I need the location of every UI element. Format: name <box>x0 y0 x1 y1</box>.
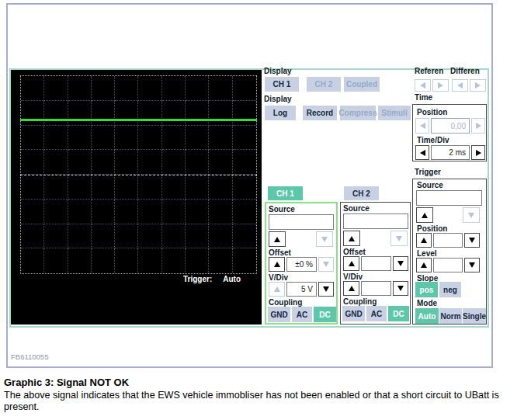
ch1-ac-button[interactable]: AC <box>292 307 312 322</box>
grid-cell <box>44 248 68 273</box>
down-arrow-icon <box>469 238 475 243</box>
ch1-vdiv-up-button[interactable] <box>269 282 285 297</box>
display-ch2-button[interactable]: CH 2 <box>307 77 341 92</box>
time-box: Position 0,00 Time/Div 2 ms <box>412 104 487 161</box>
time-position-increase-button[interactable] <box>471 118 485 134</box>
display-modes-label: Display <box>264 95 292 103</box>
timediv-increase-button[interactable] <box>471 145 485 160</box>
slope-neg-button[interactable]: neg <box>439 282 461 297</box>
ch2-ac-button[interactable]: AC <box>366 306 387 321</box>
display-ch1-button[interactable]: CH 1 <box>265 77 299 92</box>
timediv-field[interactable]: 2 ms <box>431 145 470 160</box>
ch1-offset-field[interactable]: ±0 % <box>286 257 317 272</box>
scope-display: Trigger: Auto <box>11 70 262 325</box>
ch2-offset-field[interactable] <box>361 256 391 271</box>
grid-cell <box>21 101 44 126</box>
timediv-decrease-button[interactable] <box>415 145 429 160</box>
mode-single-button[interactable]: Single <box>463 308 486 324</box>
tab-ch1[interactable]: CH 1 <box>268 186 303 200</box>
trigger-source-field[interactable] <box>416 190 482 206</box>
grid-cell <box>21 175 44 200</box>
differen-next-button[interactable] <box>470 79 486 92</box>
referen-prev-button[interactable] <box>415 79 431 92</box>
up-arrow-icon <box>421 262 427 268</box>
tab-ch2[interactable]: CH 2 <box>344 186 379 200</box>
time-position-field[interactable]: 0,00 <box>431 118 470 134</box>
down-arrow-icon <box>469 262 475 268</box>
compress-button[interactable]: Compress <box>340 106 376 120</box>
ch2-source-up-button[interactable] <box>343 231 360 246</box>
ch2-vdiv-up-button[interactable] <box>343 281 359 296</box>
ch2-offset-down-button[interactable] <box>393 256 408 271</box>
trigger-level-down-button[interactable] <box>464 258 480 272</box>
ch1-source-field[interactable] <box>269 214 334 230</box>
grid-cell <box>209 150 232 175</box>
mode-auto-button[interactable]: Auto <box>415 308 439 324</box>
up-arrow-icon <box>349 261 355 266</box>
stimuli-button[interactable]: Stimuli <box>378 106 411 120</box>
differen-prev-button[interactable] <box>452 79 468 92</box>
grid-cell <box>115 101 138 126</box>
trigger-source-down-button[interactable] <box>463 207 480 223</box>
log-button[interactable]: Log <box>265 106 296 120</box>
referen-label: Referen <box>415 67 443 75</box>
trigger-position-down-button[interactable] <box>464 233 480 248</box>
up-arrow-icon <box>349 286 355 291</box>
mode-norm-button[interactable]: Norm <box>439 308 462 324</box>
referen-next-button[interactable] <box>432 79 449 92</box>
trigger-source-up-button[interactable] <box>416 207 433 223</box>
differen-label: Differen <box>450 67 480 75</box>
left-arrow-icon <box>457 82 463 89</box>
ch2-gnd-button[interactable]: GND <box>342 306 365 321</box>
trigger-level-field[interactable] <box>433 258 463 272</box>
record-button[interactable]: Record <box>303 106 337 120</box>
grid-cell <box>138 224 161 249</box>
ch2-vdiv-down-button[interactable] <box>393 281 408 296</box>
ch1-offset-up-button[interactable] <box>269 257 285 272</box>
grid-cell <box>44 126 68 151</box>
grid-cell <box>138 101 161 126</box>
trigger-level-up-button[interactable] <box>416 258 432 272</box>
ch1-vdiv-down-button[interactable] <box>318 282 334 297</box>
grid-cell <box>92 76 115 101</box>
grid-cell <box>68 175 92 200</box>
grid-cell <box>44 101 68 126</box>
grid-cell <box>162 150 186 175</box>
ch2-source-label: Source <box>343 204 370 213</box>
ch2-offset-up-button[interactable] <box>343 256 359 271</box>
trigger-position-up-button[interactable] <box>416 233 432 248</box>
grid-cell <box>162 175 186 200</box>
ch2-source-field[interactable] <box>343 213 408 229</box>
time-position-label: Position <box>417 108 447 116</box>
grid-cell <box>233 150 256 175</box>
right-arrow-icon <box>476 123 481 129</box>
caption-body: The above signal indicates that the EWS … <box>4 390 530 412</box>
ch1-dc-button[interactable]: DC <box>314 307 336 322</box>
grid-cell <box>233 126 256 151</box>
grid-cell <box>186 101 209 126</box>
grid-cell <box>92 126 115 151</box>
slope-pos-button[interactable]: pos <box>415 282 438 297</box>
ch2-vdiv-field[interactable] <box>361 281 391 296</box>
up-arrow-icon <box>274 262 280 267</box>
trigger-position-field[interactable] <box>433 233 463 248</box>
right-arrow-icon <box>475 82 481 89</box>
ch2-dc-button[interactable]: DC <box>388 306 409 321</box>
time-position-decrease-button[interactable] <box>415 118 429 134</box>
grid-cell <box>21 248 44 273</box>
grid-cell <box>68 150 92 175</box>
grid-cell <box>21 224 44 249</box>
ch1-offset-down-button[interactable] <box>318 257 334 272</box>
scope-status: Trigger: Auto <box>183 275 241 283</box>
up-arrow-icon <box>274 237 280 242</box>
trigger-box: Source Position Level Slope pos neg Mode… <box>412 179 487 325</box>
ch1-vdiv-field[interactable]: 5 V <box>286 282 317 297</box>
grid-cell <box>21 76 44 101</box>
ch1-offset-label: Offset <box>269 248 291 257</box>
ch2-source-down-button[interactable] <box>390 231 408 246</box>
display-coupled-button[interactable]: Coupled <box>344 77 380 92</box>
ch1-source-up-button[interactable] <box>269 231 286 247</box>
ch1-source-down-button[interactable] <box>316 231 333 247</box>
ch1-gnd-button[interactable]: GND <box>268 307 290 322</box>
grid-cell <box>138 175 161 200</box>
